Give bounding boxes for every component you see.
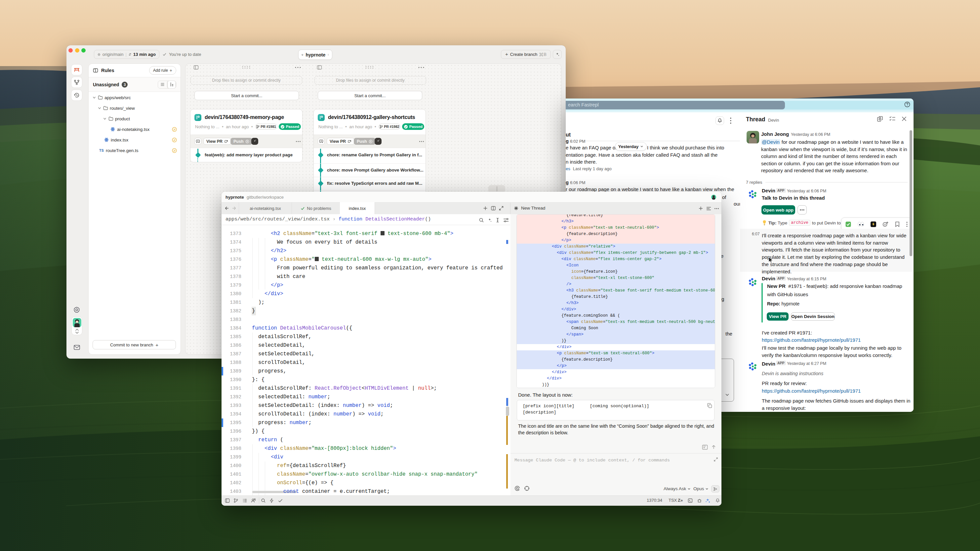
svg-text:MD: MD <box>703 445 706 447</box>
